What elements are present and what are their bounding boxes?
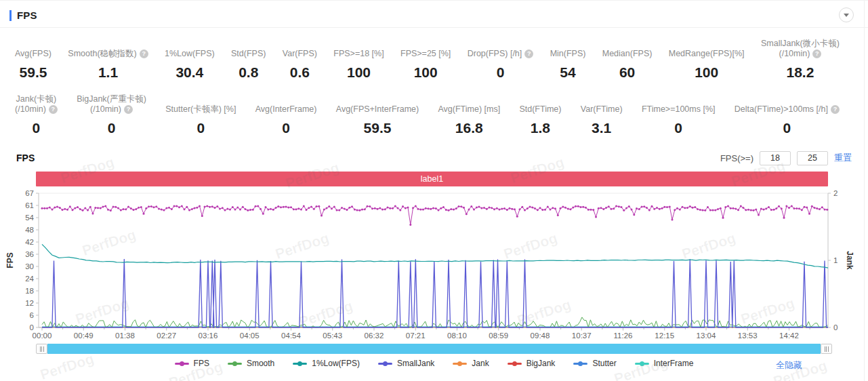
fps-data-point [125, 208, 127, 210]
fps-data-point [788, 207, 790, 209]
fps-data-point [514, 208, 516, 210]
fps-data-point [206, 205, 208, 207]
fps-data-point [547, 206, 549, 208]
help-icon[interactable]: ? [140, 49, 148, 58]
stat-metric: Jank(卡顿)(/10min)?0 [15, 94, 58, 136]
legend-item-bigjank[interactable]: BigJank [508, 359, 556, 368]
stat-value: 59.5 [20, 64, 47, 81]
fps-data-point [379, 207, 381, 209]
scrollbar-left-handle[interactable] [36, 344, 47, 354]
fps-data-point [755, 209, 757, 211]
help-icon[interactable]: ? [124, 105, 133, 114]
stat-metric: Std(FTime)1.8 [519, 104, 561, 136]
fps-data-point [79, 208, 81, 210]
fps-data-point [430, 208, 432, 210]
stat-metric: MedRange(FPS)[%]100 [669, 49, 745, 81]
stat-label: FPS>=18 [%] [333, 49, 384, 59]
fps-data-point [730, 207, 732, 209]
x-tick-label: 08:10 [447, 332, 467, 340]
fps-data-point [529, 206, 531, 208]
legend-item-1-low-fps-[interactable]: 1%Low(FPS) [293, 359, 360, 368]
fps-data-point [412, 207, 414, 209]
help-icon[interactable]: ? [524, 49, 533, 58]
help-icon[interactable]: ? [831, 105, 840, 114]
fps-data-point [348, 207, 350, 209]
fps-data-point [516, 216, 518, 218]
fps-data-point [338, 209, 340, 212]
reset-link[interactable]: 重置 [834, 152, 852, 164]
stat-value: 0 [497, 64, 505, 81]
hide-all-link[interactable]: 全隐藏 [776, 359, 802, 372]
fps-data-point [405, 207, 407, 209]
fps-data-point [242, 206, 244, 208]
x-tick-label: 11:26 [614, 332, 633, 340]
stat-label: Avg(FTime) [ms] [438, 104, 500, 115]
x-tick-label: 01:38 [115, 332, 135, 340]
help-icon[interactable]: ? [812, 49, 821, 58]
stat-label-text: Avg(FPS+InterFrame) [336, 104, 419, 115]
fps-data-point [389, 207, 391, 209]
fps-data-point [310, 206, 312, 208]
scrollbar-track[interactable] [47, 344, 821, 354]
x-tick-label: 12:15 [655, 332, 674, 340]
fps-data-point [168, 207, 170, 209]
collapse-button[interactable] [839, 7, 854, 22]
fps-data-point [663, 206, 665, 208]
fps-data-point [153, 206, 155, 208]
scrollbar-right-handle[interactable] [821, 344, 832, 354]
fps-chart-svg[interactable]: 6761544842363024181260FPS210Jank00:0000:… [0, 188, 868, 342]
x-tick-label: 13:53 [738, 332, 758, 340]
stat-label-text: (/10min) [779, 49, 810, 59]
stat-value: 0.6 [290, 64, 310, 81]
legend-item-smalljank[interactable]: SmallJank [378, 359, 434, 368]
fps-data-point [709, 209, 711, 212]
stat-label-text: Median(FPS) [602, 49, 653, 59]
fps-data-point [161, 209, 163, 211]
help-icon[interactable]: ? [49, 105, 58, 114]
fps-data-point [745, 209, 747, 211]
fps-data-point [785, 205, 787, 207]
fps-data-point [43, 207, 45, 209]
fps-data-point [554, 207, 556, 209]
legend-item-stutter[interactable]: Stutter [573, 359, 616, 368]
legend-item-jank[interactable]: Jank [453, 359, 489, 368]
legend-label: 1%Low(FPS) [312, 359, 360, 368]
chart-legend: FPSSmooth1%Low(FPS)SmallJankJankBigJankS… [0, 359, 868, 368]
legend-item-fps[interactable]: FPS [175, 359, 209, 368]
y-tick-label: 1 [833, 256, 838, 264]
legend-item-smooth[interactable]: Smooth [228, 359, 274, 368]
stat-label-text: Drop(FPS) [/h] [468, 49, 522, 59]
fps-data-point [97, 207, 99, 209]
fps-data-point [560, 207, 562, 209]
fps-data-point [275, 207, 277, 209]
stats-row-1: Avg(FPS)59.5Smooth(稳帧指数)?1.11%Low(FPS)30… [0, 39, 868, 81]
fps-data-point [232, 206, 234, 208]
fps-data-point [216, 205, 218, 207]
fps-data-point [143, 213, 145, 215]
chart-banner-label1: label1 [36, 172, 828, 186]
stat-label-text: Smooth(稳帧指数) [68, 49, 136, 59]
chevron-down-icon [844, 14, 849, 17]
fps-data-point [214, 207, 216, 209]
fps-data-point [196, 207, 198, 209]
y-axis-title-fps: FPS [5, 252, 15, 268]
fps-data-point [819, 208, 821, 210]
fps-data-point [148, 205, 150, 207]
fps-data-point [598, 207, 600, 209]
threshold-low-input[interactable] [760, 151, 791, 165]
x-tick-label: 13:04 [697, 332, 716, 340]
legend-item-interframe[interactable]: InterFrame [635, 359, 694, 368]
fps-data-point [575, 205, 577, 207]
fps-data-point [743, 207, 745, 209]
fps-data-point [194, 207, 196, 209]
fps-data-point [318, 205, 320, 207]
fps-data-point [671, 219, 674, 221]
stat-value: 0 [33, 120, 41, 136]
fps-data-point [277, 205, 279, 207]
threshold-high-input[interactable] [797, 151, 828, 165]
stat-label-text: Stutter(卡顿率) [%] [165, 104, 236, 115]
fps-data-point [82, 209, 84, 212]
fps-data-point [358, 209, 360, 212]
x-tick-label: 14:42 [779, 332, 799, 340]
y-tick-label: 30 [25, 262, 34, 270]
